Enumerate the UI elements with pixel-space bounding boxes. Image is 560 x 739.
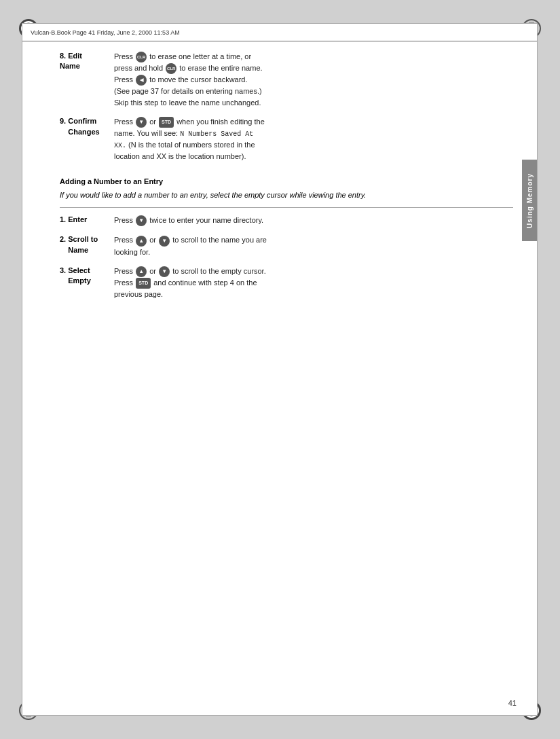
down-btn-2: ▼ bbox=[159, 236, 170, 247]
step-9-row: 9. Confirm Changes Press ▼ or STD when y… bbox=[60, 116, 513, 162]
std-btn-9: STD bbox=[159, 117, 174, 128]
step-8-num: 8. EditName bbox=[60, 52, 82, 70]
step-3-text2: and continue with step 4 on the bbox=[153, 278, 257, 287]
step-9-mono: N Numbers Saved At bbox=[180, 130, 253, 138]
header-text: Vulcan-B.Book Page 41 Friday, June 2, 20… bbox=[31, 29, 180, 36]
step-1-label: 1. Enter bbox=[60, 215, 114, 225]
step-3-or: or bbox=[149, 267, 158, 275]
main-content: 8. EditName Press CLR to erase one lette… bbox=[60, 44, 513, 681]
clr-button-2: CLR bbox=[166, 63, 176, 74]
step-3-content: Press ▲ or ▼ to scroll to the empty curs… bbox=[114, 266, 513, 300]
step-2-num: 2. Scroll to Name bbox=[60, 235, 98, 253]
step-8-text5: Skip this step to leave the name unchang… bbox=[114, 98, 261, 107]
step-3-prefix: Press bbox=[114, 267, 135, 275]
back-button: ◀ bbox=[136, 75, 147, 86]
std-btn-3: STD bbox=[136, 278, 151, 289]
sidebar-tab-label: Using Memory bbox=[526, 173, 534, 228]
step-3-num: 3. Select Empty bbox=[60, 266, 91, 285]
step-2-or: or bbox=[149, 236, 158, 244]
step-2-label: 2. Scroll to Name bbox=[60, 234, 114, 255]
step-9-content: Press ▼ or STD when you finish editing t… bbox=[114, 116, 513, 162]
sidebar-tab: Using Memory bbox=[522, 160, 537, 241]
step-8-prefix3: Press bbox=[114, 75, 135, 84]
step-9-text2: name. You will see: bbox=[114, 129, 180, 137]
step-9-text3: (N is the total of numbers stored in the bbox=[128, 141, 255, 149]
step-3-text3: previous page. bbox=[114, 290, 163, 298]
up-btn-2: ▲ bbox=[136, 236, 147, 247]
step-8-text3: to move the cursor backward. bbox=[149, 75, 247, 84]
step-9-text4: location and XX is the location number). bbox=[114, 152, 246, 160]
step-1-content: Press ▼ twice to enter your name directo… bbox=[114, 215, 513, 226]
step-3-row: 3. Select Empty Press ▲ or ▼ to scroll t… bbox=[60, 266, 513, 300]
step-9-prefix: Press bbox=[114, 118, 135, 126]
step-2-text2: looking for. bbox=[114, 248, 150, 256]
step-9-mono2: XX. bbox=[114, 142, 126, 149]
step-2-prefix: Press bbox=[114, 236, 135, 244]
step-8-content: Press CLR to erase one letter at a time,… bbox=[114, 51, 513, 108]
step-1-num: 1. Enter bbox=[60, 215, 87, 223]
step-2-text: to scroll to the name you are bbox=[172, 236, 267, 244]
step-3-label: 3. Select Empty bbox=[60, 266, 114, 287]
page: Vulcan-B.Book Page 41 Friday, June 2, 20… bbox=[22, 23, 538, 716]
section-heading: Adding a Number to an Entry bbox=[60, 177, 513, 185]
page-header: Vulcan-B.Book Page 41 Friday, June 2, 20… bbox=[22, 24, 537, 41]
step-1-prefix: Press bbox=[114, 216, 135, 224]
down-btn-9: ▼ bbox=[136, 117, 147, 128]
step-8-label: 8. EditName bbox=[60, 51, 114, 72]
step-8-row: 8. EditName Press CLR to erase one lette… bbox=[60, 51, 513, 108]
up-btn-3: ▲ bbox=[136, 266, 147, 277]
step-9-num: 9. Confirm Changes bbox=[60, 117, 100, 135]
step-8-prefix2: press and hold bbox=[114, 64, 165, 72]
numbered-steps-box: 1. Enter Press ▼ twice to enter your nam… bbox=[60, 207, 513, 300]
step-8-prefix1: Press bbox=[114, 52, 135, 60]
step-2-row: 2. Scroll to Name Press ▲ or ▼ to scroll… bbox=[60, 234, 513, 257]
step-8-text1: to erase one letter at a time, or bbox=[149, 52, 251, 60]
step-9-text1: when you finish editing the bbox=[176, 118, 265, 126]
down-btn-3: ▼ bbox=[159, 266, 170, 277]
step-8-text2: to erase the entire name. bbox=[179, 64, 262, 72]
page-number: 41 bbox=[508, 699, 517, 707]
down-btn-1: ▼ bbox=[136, 215, 147, 226]
step-9-or: or bbox=[149, 118, 158, 126]
step-9-label: 9. Confirm Changes bbox=[60, 116, 114, 137]
step-1-row: 1. Enter Press ▼ twice to enter your nam… bbox=[60, 215, 513, 226]
step-3-prefix2: Press bbox=[114, 278, 135, 287]
step-1-text: twice to enter your name directory. bbox=[149, 216, 263, 224]
step-2-content: Press ▲ or ▼ to scroll to the name you a… bbox=[114, 234, 513, 257]
step-8-text4: (See page 37 for details on entering nam… bbox=[114, 87, 262, 95]
clr-button-1: CLR bbox=[136, 52, 147, 62]
step-3-text1: to scroll to the empty cursor. bbox=[172, 267, 266, 275]
section-intro: If you would like to add a number to an … bbox=[60, 190, 513, 201]
